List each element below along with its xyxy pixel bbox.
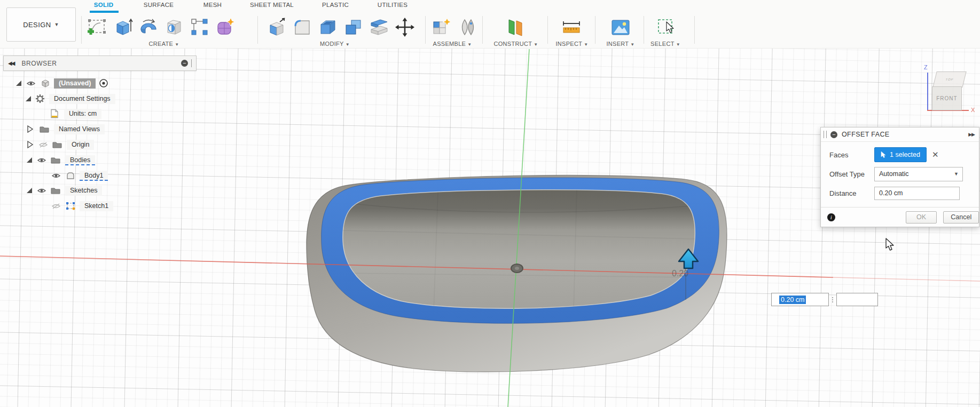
tab-surface[interactable]: SURFACE xyxy=(144,2,174,8)
tree-label: Sketch1 xyxy=(80,201,113,211)
shell-icon xyxy=(317,17,339,38)
expand-triangle-icon[interactable] xyxy=(26,96,31,101)
viewcube-top-face[interactable]: TOP xyxy=(932,71,966,87)
eye-hidden-icon[interactable] xyxy=(51,203,61,210)
construct-plane-button[interactable] xyxy=(504,14,527,40)
extrude-button[interactable] xyxy=(111,14,135,40)
create-sketch-button[interactable] xyxy=(85,14,109,40)
model-tray xyxy=(307,175,727,372)
folder-icon xyxy=(40,125,49,133)
select-button[interactable] xyxy=(655,14,678,40)
x-axis-red-fade xyxy=(833,277,980,281)
faces-selection-chip[interactable]: 1 selected xyxy=(874,147,927,162)
tree-row-sketch1[interactable]: Sketch1 xyxy=(51,199,113,212)
eye-icon[interactable] xyxy=(37,187,46,194)
gear-icon xyxy=(35,94,45,103)
group-create[interactable]: CREATE▼ xyxy=(149,41,179,47)
tree-label: Bodies xyxy=(65,155,95,165)
expand-triangle-icon[interactable] xyxy=(27,157,32,163)
tree-row-named-views[interactable]: Named Views xyxy=(27,123,105,135)
activate-radio-icon[interactable] xyxy=(99,78,108,88)
units-document-icon xyxy=(50,109,59,118)
insert-canvas-button[interactable] xyxy=(609,14,632,40)
panel-grip[interactable] xyxy=(191,59,193,67)
rectangular-pattern-icon xyxy=(189,17,210,38)
browser-panel: ◀◀ BROWSER − (Unsaved) xyxy=(3,55,197,71)
offset-type-select[interactable]: Automatic ▼ xyxy=(874,167,963,181)
group-modify[interactable]: MODIFY▼ xyxy=(320,41,350,47)
measure-icon xyxy=(560,17,583,38)
group-insert[interactable]: INSERT▼ xyxy=(606,41,634,47)
tree-label: Units: cm xyxy=(64,109,101,119)
new-component-button[interactable] xyxy=(430,14,454,40)
collapsed-triangle-icon[interactable] xyxy=(27,125,33,133)
ok-button[interactable]: OK xyxy=(906,211,937,224)
widget-drag-handle[interactable] xyxy=(829,293,836,306)
group-inspect[interactable]: INSPECT▼ xyxy=(556,41,589,47)
body-icon xyxy=(66,171,75,180)
group-construct[interactable]: CONSTRUCT▼ xyxy=(494,41,538,47)
offset-type-label: Offset Type xyxy=(821,170,874,178)
info-icon[interactable]: i xyxy=(827,213,835,221)
expand-triangle-icon[interactable] xyxy=(27,188,32,193)
tree-row-sketches[interactable]: Sketches xyxy=(27,184,102,197)
tab-mesh[interactable]: MESH xyxy=(203,2,222,8)
joint-button[interactable] xyxy=(456,14,480,40)
combine-button[interactable] xyxy=(342,14,365,40)
chevron-down-icon: ▼ xyxy=(954,171,959,177)
sketch-icon xyxy=(66,202,76,210)
insert-canvas-icon xyxy=(609,17,632,38)
viewcube-z-axis xyxy=(927,73,928,110)
view-cube[interactable]: TOP FRONT Z X xyxy=(920,65,978,118)
sketches-folder-icon xyxy=(51,187,60,194)
move-copy-button[interactable] xyxy=(393,14,417,40)
extrude-icon xyxy=(112,17,134,38)
fillet-button[interactable] xyxy=(291,14,314,40)
dialog-grip-icon[interactable] xyxy=(824,131,827,138)
tab-utilities[interactable]: UTILITIES xyxy=(378,2,407,8)
create-form-icon xyxy=(215,17,236,38)
eye-icon[interactable] xyxy=(51,172,61,179)
distance-inline-input[interactable]: 0.20 cm xyxy=(771,293,829,306)
group-select[interactable]: SELECT▼ xyxy=(650,41,680,47)
shell-button[interactable] xyxy=(316,14,340,40)
expand-dialog-icon[interactable]: ▶▶ xyxy=(968,132,975,137)
dialog-title-bar[interactable]: − OFFSET FACE ▶▶ xyxy=(821,127,979,142)
tab-solid[interactable]: SOLID xyxy=(94,2,114,8)
design-workspace-dropdown[interactable]: DESIGN ▼ xyxy=(6,7,76,42)
tab-sheet-metal[interactable]: SHEET METAL xyxy=(250,2,294,8)
expand-triangle-icon[interactable] xyxy=(16,81,21,86)
move-copy-icon xyxy=(394,17,415,38)
hole-button[interactable] xyxy=(162,14,186,40)
active-tab-underline xyxy=(90,11,119,13)
chevron-down-icon: ▼ xyxy=(54,22,59,27)
tree-row-body1[interactable]: Body1 xyxy=(51,169,108,182)
revolve-icon xyxy=(138,17,159,38)
eye-icon[interactable] xyxy=(37,157,46,164)
eye-hidden-icon[interactable] xyxy=(38,141,48,148)
tree-row-units[interactable]: Units: cm xyxy=(50,107,101,120)
split-body-button[interactable] xyxy=(367,14,391,40)
tree-row-document-settings[interactable]: Document Settings xyxy=(26,92,115,105)
press-pull-button[interactable] xyxy=(265,14,288,40)
collapse-panel-icon[interactable]: ◀◀ xyxy=(8,60,14,66)
eye-icon[interactable] xyxy=(26,80,36,87)
tab-plastic[interactable]: PLASTIC xyxy=(322,2,349,8)
distance-input[interactable] xyxy=(874,187,960,200)
combine-icon xyxy=(343,17,364,38)
browser-header: ◀◀ BROWSER − xyxy=(3,55,197,71)
revolve-button[interactable] xyxy=(137,14,160,40)
cancel-button[interactable]: Cancel xyxy=(943,211,979,224)
tree-row-unsaved[interactable]: (Unsaved) xyxy=(16,77,108,90)
secondary-inline-input[interactable] xyxy=(836,293,878,306)
minimize-panel-icon[interactable]: − xyxy=(181,60,188,67)
tree-row-bodies[interactable]: Bodies xyxy=(27,154,95,166)
group-assemble[interactable]: ASSEMBLE▼ xyxy=(433,41,472,47)
clear-selection-icon[interactable]: ✕ xyxy=(932,150,939,159)
rectangular-pattern-button[interactable] xyxy=(188,14,211,40)
tree-row-origin[interactable]: Origin xyxy=(27,138,94,151)
collapsed-triangle-icon[interactable] xyxy=(27,141,33,148)
create-form-button[interactable] xyxy=(214,14,237,40)
measure-button[interactable] xyxy=(560,14,583,40)
viewcube-front-face[interactable]: FRONT xyxy=(932,86,962,110)
